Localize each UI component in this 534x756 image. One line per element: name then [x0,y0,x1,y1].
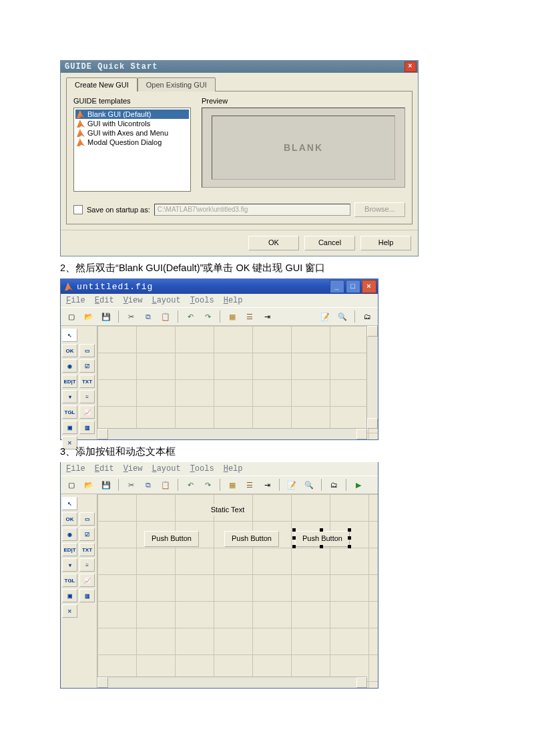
tool-inspector-icon[interactable]: 🔍 [334,309,350,324]
palette-slider-icon[interactable]: ▭ [79,344,95,357]
tool-objectbrowser-icon[interactable]: 🗂 [326,478,342,492]
maximize-icon[interactable]: □ [346,280,360,293]
ok-button[interactable]: OK [248,236,299,250]
horizontal-scrollbar[interactable] [97,677,367,688]
tool-taborder-icon[interactable]: ⇥ [259,478,275,492]
menu-tools[interactable]: Tools [190,296,214,305]
palette-panel-icon[interactable]: ▣ [62,589,77,602]
tool-new-icon[interactable]: ▢ [63,309,79,324]
menu-edit[interactable]: Edit [95,296,114,305]
tool-taborder-icon[interactable]: ⇥ [259,309,275,324]
palette-listbox-icon[interactable]: ≡ [79,390,95,403]
horizontal-scrollbar[interactable] [97,428,367,439]
palette-axes-icon[interactable]: 📈 [79,574,95,587]
palette-select-icon[interactable]: ↖ [62,329,77,342]
minimize-icon[interactable]: _ [330,280,344,293]
tool-save-icon[interactable]: 💾 [98,309,114,324]
palette-toggle-icon[interactable]: TGL [62,574,77,587]
resize-handle[interactable] [320,545,323,548]
palette-pushbutton-icon[interactable]: OK [62,344,77,357]
palette-buttongroup-icon[interactable]: ▥ [79,589,95,602]
tool-copy-icon[interactable]: ⧉ [140,478,156,492]
resize-handle[interactable] [292,536,296,540]
tool-mfile-icon[interactable]: 📝 [284,478,300,492]
palette-axes-icon[interactable]: 📈 [79,405,95,419]
save-path-input[interactable]: C:\MATLAB7\work\untitled3.fig [154,204,350,216]
tool-cut-icon[interactable]: ✂ [123,478,139,492]
palette-select-icon[interactable]: ↖ [62,497,77,510]
tool-align-icon[interactable]: ▦ [224,478,240,492]
palette-checkbox-icon[interactable]: ☑ [79,528,95,541]
palette-text-icon[interactable]: TXT [79,375,95,388]
resize-handle[interactable] [320,528,323,532]
save-checkbox[interactable] [73,205,83,214]
tool-mfile-icon[interactable]: 📝 [317,309,333,324]
push-button-3-selected[interactable]: Push Button [294,530,350,547]
tab-create-new-gui[interactable]: Create New GUI [66,77,138,91]
palette-checkbox-icon[interactable]: ☑ [79,359,95,373]
tool-redo-icon[interactable]: ↷ [200,309,216,324]
tool-paste-icon[interactable]: 📋 [158,478,174,492]
cancel-button[interactable]: Cancel [304,236,355,250]
palette-listbox-icon[interactable]: ≡ [79,558,95,572]
tool-menueditor-icon[interactable]: ☰ [242,478,258,492]
templates-listbox[interactable]: Blank GUI (Default) GUI with Uicontrols … [73,108,191,192]
tool-open-icon[interactable]: 📂 [81,478,97,492]
resize-handle[interactable] [292,545,296,548]
push-button-2[interactable]: Push Button [224,531,279,547]
close-icon[interactable]: × [405,61,417,72]
template-item-uicontrols[interactable]: GUI with Uicontrols [75,119,189,128]
menu-layout[interactable]: Layout [152,296,180,305]
close-icon[interactable]: × [362,280,376,293]
menu-view[interactable]: View [123,296,143,305]
palette-radio-icon[interactable]: ◉ [62,359,77,373]
menu-view[interactable]: View [123,464,143,474]
tab-open-existing-gui[interactable]: Open Existing GUI [138,77,216,91]
resize-handle[interactable] [348,545,351,548]
resize-handle[interactable] [292,528,296,532]
palette-slider-icon[interactable]: ▭ [79,512,95,526]
tool-undo-icon[interactable]: ↶ [182,309,198,324]
menu-layout[interactable]: Layout [152,464,180,474]
palette-radio-icon[interactable]: ◉ [62,528,77,541]
tool-undo-icon[interactable]: ↶ [182,478,198,492]
template-item-blank[interactable]: Blank GUI (Default) [75,110,189,119]
tool-cut-icon[interactable]: ✂ [123,309,139,324]
vertical-scrollbar[interactable] [366,326,378,429]
template-item-modal[interactable]: Modal Question Dialog [75,138,189,147]
template-item-axes[interactable]: GUI with Axes and Menu [75,128,189,138]
palette-text-icon[interactable]: TXT [79,543,95,556]
palette-buttongroup-icon[interactable]: ▥ [79,421,95,434]
palette-toggle-icon[interactable]: TGL [62,405,77,419]
palette-popup-icon[interactable]: ▾ [62,558,77,572]
tool-open-icon[interactable]: 📂 [81,309,97,324]
menu-help[interactable]: Help [224,296,243,305]
tool-new-icon[interactable]: ▢ [63,478,79,492]
palette-panel-icon[interactable]: ▣ [62,421,77,434]
menu-help[interactable]: Help [224,464,243,474]
tool-run-icon[interactable]: ▶ [350,478,366,492]
canvas-area[interactable] [97,326,378,439]
tool-copy-icon[interactable]: ⧉ [140,309,156,324]
tool-redo-icon[interactable]: ↷ [200,478,216,492]
menu-file[interactable]: File [66,464,85,474]
palette-pushbutton-icon[interactable]: OK [62,512,77,526]
tool-align-icon[interactable]: ▦ [224,309,240,324]
menu-file[interactable]: File [66,296,85,305]
palette-edit-icon[interactable]: ED|T [62,543,77,556]
tool-objectbrowser-icon[interactable]: 🗂 [359,309,375,324]
resize-handle[interactable] [348,536,351,540]
tool-save-icon[interactable]: 💾 [98,478,114,492]
resize-handle[interactable] [348,528,351,532]
tool-menueditor-icon[interactable]: ☰ [242,309,258,324]
canvas-area[interactable]: Static Text Push Button Push Button Push… [97,494,378,688]
tool-inspector-icon[interactable]: 🔍 [301,478,317,492]
push-button-1[interactable]: Push Button [144,531,199,547]
help-button[interactable]: Help [360,236,411,250]
browse-button[interactable]: Browse... [354,202,405,217]
palette-popup-icon[interactable]: ▾ [62,390,77,403]
palette-edit-icon[interactable]: ED|T [62,375,77,388]
static-text-control[interactable]: Static Text [204,504,251,516]
palette-activex-icon[interactable]: ✕ [62,604,77,618]
menu-edit[interactable]: Edit [95,464,114,474]
